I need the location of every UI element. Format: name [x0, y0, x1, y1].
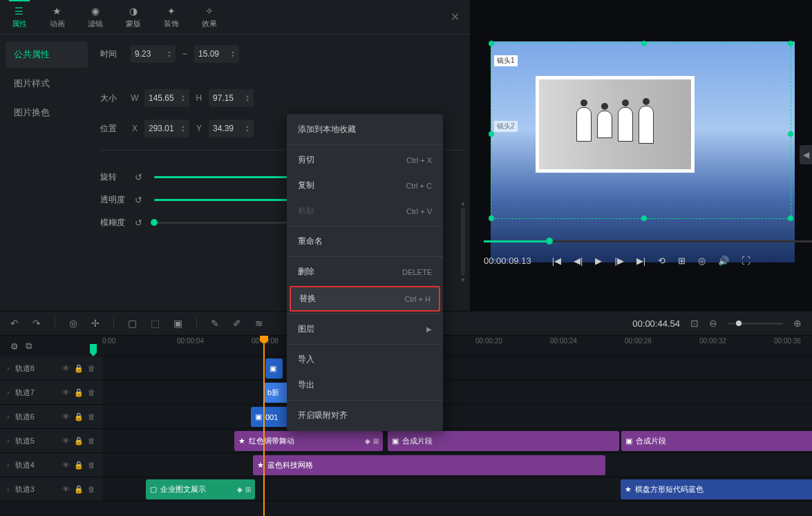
volume-icon[interactable]: 🔊	[718, 256, 729, 266]
target-icon[interactable]: ◎	[69, 318, 77, 329]
prev-icon[interactable]: |◀	[552, 256, 561, 266]
keyframe-icon[interactable]: ◆	[365, 437, 370, 445]
track-body[interactable]: ▣001◆⊞	[102, 405, 812, 428]
duplicate-icon[interactable]: ▣	[173, 318, 182, 329]
reset-icon[interactable]: ↺	[135, 172, 149, 182]
eye-icon[interactable]: 👁	[62, 388, 70, 397]
trash-icon[interactable]: 🗑	[88, 412, 95, 421]
scrollbar[interactable]: ▲▼	[460, 200, 466, 283]
tab-animation[interactable]: ★动画	[38, 0, 76, 35]
next-icon[interactable]: ▶|	[636, 256, 645, 266]
eye-icon[interactable]: 👁	[62, 485, 70, 494]
track-header[interactable]: ›轨道4👁🔒🗑	[0, 453, 102, 477]
timeline-clip[interactable]: ★红色绸带舞动◆⊞	[234, 431, 383, 451]
track-settings-icon[interactable]: ⚙	[10, 341, 19, 352]
side-tab-common[interactable]: 公共属性	[6, 41, 88, 68]
menu-item[interactable]: 开启吸附对齐	[287, 403, 443, 428]
locate-icon[interactable]: ✢	[91, 318, 100, 329]
trash-icon[interactable]: 🗑	[88, 437, 95, 446]
tab-decor[interactable]: ✦装饰	[152, 0, 190, 35]
down-icon[interactable]: ▼	[167, 54, 171, 58]
write-icon[interactable]: ✐	[233, 318, 241, 329]
fx-icon[interactable]: ⊞	[245, 486, 251, 493]
eye-icon[interactable]: 👁	[62, 412, 70, 421]
pos-x-input[interactable]: ▲▼	[144, 120, 189, 137]
track-body[interactable]: ★红色绸带舞动◆⊞▣合成片段▣合成片段	[102, 429, 812, 452]
side-toggle-button[interactable]: ◀	[800, 145, 812, 164]
snapshot-icon[interactable]: ◎	[698, 256, 706, 266]
pos-y-input[interactable]: ▲▼	[209, 120, 254, 137]
selection-box[interactable]	[491, 43, 791, 219]
edit-icon[interactable]: ✎	[211, 318, 219, 329]
chevron-right-icon[interactable]: ›	[7, 364, 10, 372]
trash-icon[interactable]: 🗑	[88, 461, 95, 470]
time-start-input[interactable]: ▲▼	[131, 45, 176, 63]
start-marker[interactable]	[90, 344, 97, 356]
eye-icon[interactable]: 👁	[62, 437, 70, 446]
track-header[interactable]: ›轨道5👁🔒🗑	[0, 429, 102, 452]
menu-item[interactable]: 添加到本地收藏	[287, 117, 443, 142]
menu-item[interactable]: 替换Ctrl + H	[290, 286, 440, 312]
zoom-out-icon[interactable]: ⊖	[709, 318, 717, 329]
lock-icon[interactable]: 🔒	[74, 485, 84, 494]
reset-icon[interactable]: ↺	[135, 195, 149, 205]
split-icon[interactable]: ▢	[128, 318, 137, 329]
track-header[interactable]: ›轨道7👁🔒🗑	[0, 381, 102, 404]
track-body[interactable]: ▣	[102, 356, 812, 380]
lock-icon[interactable]: 🔒	[74, 412, 84, 421]
width-input[interactable]: ▲▼	[144, 89, 189, 107]
track-body[interactable]: b新	[102, 381, 812, 404]
time-ruler[interactable]: 0:0000:00:0400:00:0800:00:1200:00:1600:0…	[102, 336, 812, 356]
tab-filter[interactable]: ◉滤镜	[76, 0, 114, 35]
crop-icon[interactable]: ⬚	[151, 318, 160, 329]
progress-slider[interactable]	[484, 240, 812, 242]
menu-item[interactable]: 剪切Ctrl + X	[287, 147, 443, 173]
tab-effect[interactable]: ✧效果	[190, 0, 228, 35]
down-icon[interactable]: ▼	[231, 54, 235, 58]
height-input[interactable]: ▲▼	[209, 89, 254, 107]
menu-item[interactable]: 重命名	[287, 229, 443, 254]
trash-icon[interactable]: 🗑	[88, 388, 95, 397]
menu-item[interactable]: 删除DELETE	[287, 259, 443, 285]
side-tab-image-style[interactable]: 图片样式	[6, 70, 88, 97]
timeline-clip[interactable]: ▣合成片段	[621, 431, 812, 451]
chevron-right-icon[interactable]: ›	[7, 388, 10, 396]
copy-icon[interactable]: ⧉	[26, 341, 32, 352]
chevron-right-icon[interactable]: ›	[7, 412, 10, 421]
tab-mask[interactable]: ◑蒙版	[114, 0, 152, 35]
reset-icon[interactable]: ↺	[135, 218, 149, 228]
track-body[interactable]: ★蓝色科技网格	[102, 453, 812, 477]
fullscreen-icon[interactable]: ⛶	[742, 256, 750, 266]
time-end-input[interactable]: ▲▼	[194, 45, 239, 63]
chevron-right-icon[interactable]: ›	[7, 461, 10, 469]
layers-icon[interactable]: ≋	[255, 318, 263, 329]
fit-icon[interactable]: ⊡	[690, 318, 699, 329]
menu-item[interactable]: 导入	[287, 347, 443, 372]
lock-icon[interactable]: 🔒	[74, 364, 84, 373]
lock-icon[interactable]: 🔒	[74, 461, 84, 470]
zoom-slider[interactable]	[728, 323, 783, 325]
menu-item[interactable]: 复制Ctrl + C	[287, 173, 443, 198]
track-header[interactable]: ›轨道6👁🔒🗑	[0, 405, 102, 428]
menu-item[interactable]: 导出	[287, 372, 443, 398]
timeline-clip[interactable]: ★棋盘方形短代码蓝色	[621, 479, 812, 499]
chevron-right-icon[interactable]: ›	[7, 437, 10, 445]
timeline-clip[interactable]: ▢企业图文展示◆⊞	[146, 479, 255, 499]
lock-icon[interactable]: 🔒	[74, 388, 84, 397]
fx-icon[interactable]: ⊞	[373, 437, 379, 445]
play-icon[interactable]: ▶	[595, 256, 602, 266]
trash-icon[interactable]: 🗑	[88, 485, 95, 494]
track-header[interactable]: ›轨道3👁🔒🗑	[0, 477, 102, 501]
close-icon[interactable]: ✕	[451, 10, 460, 23]
step-back-icon[interactable]: ◀|	[574, 256, 583, 266]
timeline-clip[interactable]: ▣	[265, 359, 283, 379]
tab-properties[interactable]: ☰属性	[0, 0, 38, 35]
track-body[interactable]: ▢企业图文展示◆⊞★棋盘方形短代码蓝色	[102, 477, 812, 501]
step-fwd-icon[interactable]: |▶	[614, 256, 623, 266]
loop-icon[interactable]: ⟲	[658, 256, 665, 266]
keyframe-icon[interactable]: ◆	[237, 486, 243, 493]
menu-item[interactable]: 图层▶	[287, 316, 443, 342]
chevron-right-icon[interactable]: ›	[7, 485, 10, 493]
lock-icon[interactable]: 🔒	[74, 437, 84, 446]
side-tab-recolor[interactable]: 图片换色	[6, 99, 88, 126]
